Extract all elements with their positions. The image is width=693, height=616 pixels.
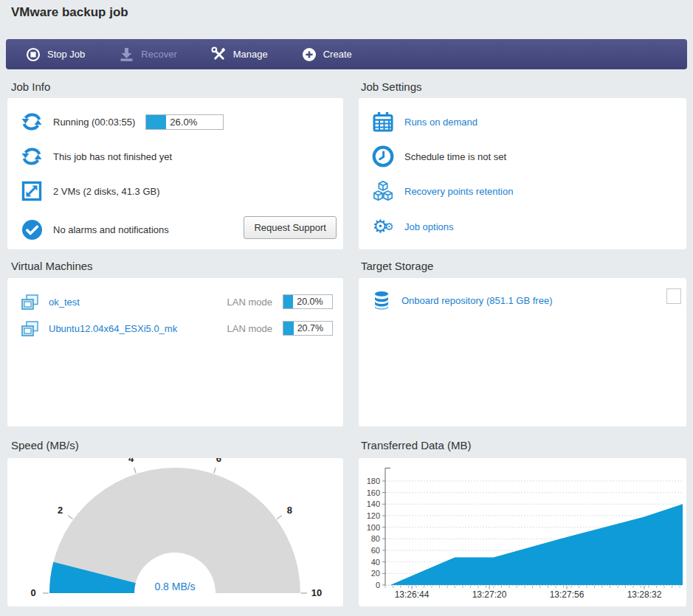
job-alarms-label: No alarms and notifications [53,224,169,235]
svg-text:6: 6 [216,458,221,464]
create-button[interactable]: Create [302,47,352,62]
expand-icon [21,181,43,201]
vm-progress-bar: 20.7% [283,321,333,336]
svg-text:13:26:44: 13:26:44 [395,589,430,600]
clock-icon [372,145,394,167]
svg-text:20: 20 [371,569,380,578]
virtual-machines-panel: ok_test LAN mode 20.0% Ubuntu12.04x64_ES… [7,278,343,426]
job-progress-percent: 26.0% [170,117,197,128]
svg-text:60: 60 [371,546,380,555]
job-progress-bar: 26.0% [145,114,224,130]
vm-progress-fill [283,295,293,308]
schedule-time-row: Schedule time is not set [372,145,676,168]
schedule-row: Runs on demand [372,110,676,134]
svg-text:0: 0 [30,587,35,598]
vm-progress-percent: 20.7% [297,323,323,333]
svg-text:10: 10 [311,587,322,598]
repository-row: Onboard repository (851.1 GB free) [372,288,676,312]
recover-button[interactable]: Recover [119,47,176,61]
vm-icon [21,294,38,310]
stop-job-label: Stop Job [47,49,85,60]
vm-icon [21,321,38,336]
page-title: VMware backup job [11,5,128,20]
svg-text:140: 140 [367,499,380,508]
vm-row: Ubuntu12.04x64_ESXi5.0_mk LAN mode 20.7% [21,316,333,340]
svg-text:40: 40 [371,558,380,567]
create-label: Create [323,49,352,60]
job-settings-title: Job Settings [361,80,422,93]
transferred-data-title: Transferred Data (MB) [361,439,471,451]
sync-icon [21,111,43,132]
svg-text:80: 80 [371,534,380,543]
job-vms-row: 2 VMs (2 disks, 41.3 GB) [21,179,333,203]
svg-text:13:27:20: 13:27:20 [472,589,507,600]
schedule-time-label: Schedule time is not set [404,151,506,162]
gears-icon: ⚙⚙ [372,218,394,235]
job-settings-panel: Runs on demand Schedule time is not set … [359,98,686,249]
manage-icon [211,46,227,62]
create-icon [302,47,317,62]
speed-gauge-title: Speed (MB/s) [11,439,79,451]
vm-name-link[interactable]: Ubuntu12.04x64_ESXi5.0_mk [49,323,177,334]
recover-icon [119,47,134,61]
svg-text:2: 2 [58,505,63,516]
manage-button[interactable]: Manage [211,46,268,62]
svg-text:160: 160 [367,488,380,497]
svg-text:120: 120 [367,511,380,520]
job-status-label: Running (00:03:55) [53,117,135,128]
target-storage-title: Target Storage [361,260,433,272]
recovery-points-retention-link[interactable]: Recovery points retention [404,186,513,197]
vm-row: ok_test LAN mode 20.0% [21,290,333,314]
stop-icon [26,47,41,62]
svg-text:13:27:56: 13:27:56 [550,589,585,600]
cubes-icon [372,180,394,202]
job-progress-fill [146,115,166,129]
job-options-link[interactable]: Job options [404,221,454,232]
transferred-data-panel: 02040608010012014016018013:26:4413:27:20… [359,458,686,606]
repository-link[interactable]: Onboard repository (851.1 GB free) [401,295,553,306]
svg-text:0.8 MB/s: 0.8 MB/s [154,581,195,592]
vm-transport-mode: LAN mode [227,297,272,308]
check-circle-icon [21,220,43,240]
vm-name-link[interactable]: ok_test [49,297,80,308]
job-finish-label: This job has not finished yet [53,151,172,162]
svg-text:13:28:32: 13:28:32 [627,589,662,600]
job-info-panel: Running (00:03:55) 26.0% This job has no… [7,98,343,249]
svg-text:0: 0 [376,581,380,589]
svg-text:100: 100 [367,523,380,532]
job-options-row: ⚙⚙ Job options [372,215,676,238]
sync-icon [21,146,43,167]
job-actions-toolbar: Stop Job Recover Manage Create [6,39,687,69]
job-vms-label: 2 VMs (2 disks, 41.3 GB) [53,186,160,197]
retention-row: Recovery points retention [372,179,676,203]
svg-text:180: 180 [367,477,380,485]
job-finish-row: This job has not finished yet [21,145,333,168]
vm-progress-percent: 20.0% [297,297,323,307]
calendar-icon [372,111,394,133]
virtual-machines-title: Virtual Machines [11,260,93,272]
svg-text:4: 4 [128,458,134,464]
job-info-title: Job Info [11,80,50,93]
vm-progress-fill [283,322,294,335]
manage-label: Manage [233,49,268,60]
runs-on-demand-link[interactable]: Runs on demand [404,117,477,128]
repository-icon [372,291,391,310]
transferred-data-chart: 02040608010012014016018013:26:4413:27:20… [359,458,686,606]
speed-gauge-chart: 02468100.8 MB/s [7,458,343,606]
vm-progress-bar: 20.0% [283,294,333,309]
vm-transport-mode: LAN mode [227,323,272,334]
stop-job-button[interactable]: Stop Job [26,47,85,62]
svg-text:8: 8 [287,505,292,516]
job-status-row: Running (00:03:55) 26.0% [21,110,333,134]
request-support-button[interactable]: Request Support [244,216,337,239]
repository-checkbox[interactable] [666,288,681,304]
speed-gauge-panel: 02468100.8 MB/s [7,458,343,606]
recover-label: Recover [141,49,176,60]
target-storage-panel: Onboard repository (851.1 GB free) [359,278,686,426]
